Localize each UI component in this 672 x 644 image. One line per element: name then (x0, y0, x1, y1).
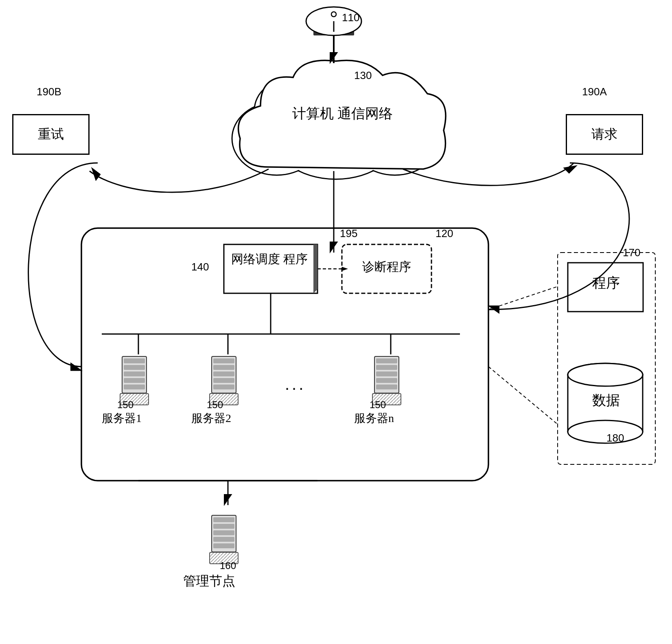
svg-rect-67 (213, 530, 234, 535)
svg-line-31 (488, 367, 562, 428)
svg-rect-43 (124, 371, 145, 376)
server2-label: 服务器2 (191, 411, 231, 426)
svg-marker-22 (313, 244, 317, 293)
ref-170: 170 (623, 246, 640, 259)
svg-rect-21 (224, 244, 317, 293)
svg-rect-44 (124, 378, 145, 383)
diagram-svg (0, 0, 672, 644)
svg-rect-57 (376, 358, 397, 363)
ref-190A: 190A (582, 86, 607, 98)
svg-point-37 (568, 363, 643, 386)
ref-110: 110 (342, 11, 359, 24)
svg-rect-41 (124, 358, 145, 363)
svg-line-30 (488, 285, 562, 310)
svg-point-36 (568, 420, 643, 443)
diagnostic-text: 诊断程序 (343, 259, 430, 275)
svg-point-2 (267, 73, 405, 179)
svg-point-5 (254, 77, 336, 143)
svg-point-10 (255, 78, 335, 142)
svg-rect-59 (376, 371, 397, 376)
ref-120: 120 (436, 227, 453, 240)
svg-rect-13 (313, 31, 354, 35)
cloud-shape (232, 60, 446, 179)
mgmt-icon (208, 513, 240, 566)
program-text: 程序 (569, 274, 643, 292)
svg-marker-25 (342, 267, 348, 271)
svg-rect-68 (213, 537, 234, 542)
request-box: 请求 (566, 114, 643, 155)
svg-rect-51 (213, 371, 234, 376)
svg-rect-45 (124, 385, 145, 389)
svg-point-3 (232, 102, 322, 175)
ref-190B: 190B (37, 86, 61, 98)
svg-rect-69 (213, 543, 234, 548)
mgmt-label: 管理节点 (183, 572, 235, 590)
svg-rect-61 (376, 385, 397, 389)
svg-point-8 (233, 103, 321, 174)
svg-rect-49 (213, 358, 234, 363)
svg-point-4 (350, 102, 440, 175)
svg-point-6 (338, 75, 419, 141)
scheduler-text: 网络调度 程序 (225, 251, 314, 268)
servern-label: 服务器n (354, 411, 394, 426)
svg-rect-66 (213, 524, 234, 529)
ref-150a: 150 (117, 399, 134, 411)
ref-180: 180 (606, 432, 624, 444)
svg-rect-23 (342, 244, 431, 293)
svg-rect-53 (213, 385, 234, 389)
ref-150b: 150 (207, 399, 223, 411)
svg-rect-60 (376, 378, 397, 383)
svg-point-34 (568, 363, 643, 386)
svg-rect-50 (213, 365, 234, 370)
svg-rect-65 (213, 517, 234, 522)
ref-130: 130 (354, 69, 372, 82)
svg-rect-52 (213, 378, 234, 383)
svg-point-9 (351, 103, 439, 174)
cloud-text: 计算机 通信网络 (292, 104, 393, 123)
ref-195: 195 (340, 227, 357, 240)
ref-150c: 150 (370, 399, 386, 411)
svg-point-7 (267, 74, 404, 178)
svg-rect-58 (376, 365, 397, 370)
ref-160: 160 (220, 560, 236, 571)
svg-rect-42 (124, 365, 145, 370)
data-text: 数据 (569, 391, 643, 410)
diagram-container: 110 130 计算机 通信网络 190B 重试 190A 请求 195 120… (0, 0, 672, 644)
server1-label: 服务器1 (102, 411, 142, 426)
retry-box: 重试 (12, 114, 90, 155)
svg-point-16 (331, 12, 336, 17)
ellipsis: ··· (285, 379, 306, 397)
ref-140: 140 (191, 261, 209, 273)
svg-point-11 (339, 76, 418, 140)
